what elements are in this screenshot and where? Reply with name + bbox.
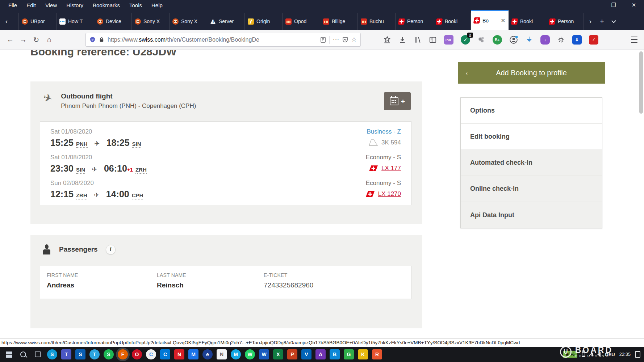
taskbar-icon-store[interactable]: S bbox=[75, 349, 85, 359]
download-icon[interactable] bbox=[398, 36, 406, 44]
bplus-extension-icon[interactable]: B+ bbox=[493, 35, 502, 45]
taskbar-icon-powerpoint[interactable]: P bbox=[287, 349, 297, 359]
minimize-button[interactable]: — bbox=[583, 0, 603, 10]
airport-code[interactable]: CPH bbox=[132, 192, 143, 199]
taskbar-search-button[interactable] bbox=[16, 347, 30, 362]
reader-view-icon[interactable] bbox=[320, 37, 326, 43]
cabin-class-link[interactable]: Business - Z bbox=[367, 128, 401, 136]
menu-history[interactable]: History bbox=[62, 2, 88, 8]
menu-file[interactable]: File bbox=[4, 2, 22, 8]
airport-code[interactable]: PNH bbox=[76, 141, 88, 148]
taskbar-icon-opera[interactable]: O bbox=[132, 349, 142, 359]
menu-tools[interactable]: Tools bbox=[125, 2, 147, 8]
menu-edit[interactable]: Edit bbox=[22, 2, 41, 8]
language-indicator[interactable]: DEU bbox=[605, 352, 615, 357]
close-button[interactable]: ✕ bbox=[624, 0, 644, 10]
taskbar-icon-skype[interactable]: S bbox=[47, 349, 57, 359]
bookmark-star-icon[interactable]: ☆ bbox=[351, 36, 357, 43]
info-icon[interactable]: i bbox=[106, 245, 116, 254]
tab-how[interactable]: How T bbox=[57, 13, 94, 30]
sidebar-item-automated-checkin[interactable]: Automated check-in bbox=[461, 150, 602, 176]
tab-origin[interactable]: Origin bbox=[245, 13, 283, 30]
tab-scroll-left-button[interactable]: ‹ bbox=[1, 13, 12, 30]
wand-extension-icon[interactable]: ⁄ bbox=[589, 35, 598, 45]
library-icon[interactable] bbox=[414, 36, 422, 44]
tab-close-icon[interactable]: ✕ bbox=[500, 17, 505, 24]
tab-billige[interactable]: Billige bbox=[320, 13, 358, 30]
tab-partial[interactable] bbox=[12, 13, 19, 30]
url-bar[interactable]: https://www.swiss.com/th/en/Customer/Boo… bbox=[85, 33, 361, 47]
list-tabs-button[interactable] bbox=[608, 13, 619, 30]
airport-code[interactable]: ZRH bbox=[76, 192, 87, 199]
save-to-collection-icon[interactable] bbox=[383, 36, 391, 44]
menu-view[interactable]: View bbox=[41, 2, 62, 8]
taskbar-icon-teams[interactable]: T bbox=[61, 349, 71, 359]
menu-bookmarks[interactable]: Bookmarks bbox=[88, 2, 125, 8]
tab-server[interactable]: Server bbox=[207, 13, 245, 30]
airport-code[interactable]: SIN bbox=[132, 141, 141, 148]
sidebar-toggle-icon[interactable] bbox=[429, 36, 437, 44]
add-booking-to-profile-button[interactable]: ‹ Add Booking to profile bbox=[458, 62, 605, 84]
new-tab-button[interactable]: + bbox=[596, 13, 608, 30]
sidebar-item-options[interactable]: Options bbox=[461, 98, 602, 124]
taskbar-icon-mail[interactable]: M bbox=[188, 349, 198, 359]
taskbar-icon-messenger[interactable]: M bbox=[231, 349, 241, 359]
taskbar-icon-chrome[interactable]: C bbox=[146, 349, 156, 359]
tab-sony-1[interactable]: Sony X bbox=[132, 13, 170, 30]
airport-code[interactable]: ZRH bbox=[135, 167, 147, 174]
taskbar-icon-app-green[interactable]: G bbox=[344, 349, 354, 359]
blue-box-download-icon[interactable]: ⇩ bbox=[572, 35, 582, 45]
tab-booking-active[interactable]: Bo ✕ bbox=[471, 10, 509, 30]
volume-icon[interactable] bbox=[597, 352, 601, 357]
snowflake-extension-icon[interactable] bbox=[557, 36, 565, 44]
taskbar-icon-firefox[interactable]: F bbox=[118, 349, 128, 359]
tab-opodo[interactable]: Opod bbox=[283, 13, 320, 30]
tab-booking-2[interactable]: Booki bbox=[509, 13, 546, 30]
blue-arrow-extension-icon[interactable] bbox=[525, 36, 533, 44]
airport-code[interactable]: SIN bbox=[76, 167, 85, 174]
flight-number-link[interactable]: 3K 594 bbox=[381, 136, 401, 150]
tab-ubports[interactable]: UBpor bbox=[19, 13, 57, 30]
tab-personal-1[interactable]: Person bbox=[396, 13, 433, 30]
forward-button[interactable]: → bbox=[17, 33, 30, 46]
tab-booking-1[interactable]: Booki bbox=[433, 13, 471, 30]
sidebar-item-edit-booking[interactable]: Edit booking bbox=[461, 124, 602, 150]
tracking-shield-icon[interactable] bbox=[89, 37, 96, 43]
taskbar-icon-onedrive[interactable]: V bbox=[301, 349, 311, 359]
tab-buchung[interactable]: Buchu bbox=[358, 13, 396, 30]
reload-button[interactable]: ↻ bbox=[30, 33, 43, 46]
taskbar-icon-word[interactable]: W bbox=[259, 349, 269, 359]
start-button[interactable] bbox=[1, 347, 16, 362]
vertical-scrollbar[interactable] bbox=[639, 51, 643, 114]
taskbar-icon-calendar[interactable]: C bbox=[160, 349, 170, 359]
taskbar-icon-excel[interactable]: X bbox=[273, 349, 283, 359]
molecule-extension-icon[interactable] bbox=[477, 36, 485, 44]
taskbar-icon-telegram[interactable]: T bbox=[89, 349, 100, 359]
taskbar-icon-edge[interactable]: e bbox=[202, 349, 213, 359]
pdf-extension-icon[interactable]: PDF bbox=[444, 35, 453, 45]
taskbar-icon-app-purple[interactable]: A bbox=[315, 349, 326, 359]
home-button[interactable]: ⌂ bbox=[43, 33, 56, 46]
tab-device[interactable]: Device bbox=[94, 13, 132, 30]
app-menu-icon[interactable] bbox=[631, 37, 640, 43]
taskbar-icon-spotify[interactable]: S bbox=[104, 349, 114, 359]
taskbar-icon-app-orange[interactable]: R bbox=[372, 349, 382, 359]
tab-scroll-right-button[interactable]: › bbox=[585, 13, 596, 30]
page-actions-icon[interactable]: ⋯ bbox=[333, 36, 339, 43]
taskbar-icon-notepad[interactable]: N bbox=[217, 349, 227, 359]
purple-download-extension-icon[interactable]: ↓ bbox=[540, 35, 550, 45]
sidebar-item-online-checkin[interactable]: Online check-in bbox=[461, 176, 602, 202]
taskbar-icon-security[interactable]: K bbox=[358, 349, 368, 359]
adblock-shield-icon[interactable]: ✓2 bbox=[461, 35, 470, 45]
account-profile-icon[interactable] bbox=[509, 35, 518, 44]
tab-sony-2[interactable]: Sony X bbox=[170, 13, 207, 30]
taskbar-icon-netflix[interactable]: N bbox=[174, 349, 184, 359]
menu-help[interactable]: Help bbox=[147, 2, 167, 8]
notification-center-icon[interactable] bbox=[635, 351, 640, 358]
restore-button[interactable]: ❐ bbox=[603, 0, 624, 10]
task-view-button[interactable] bbox=[30, 347, 45, 362]
taskbar-icon-app-blue[interactable]: B bbox=[330, 349, 340, 359]
taskbar-clock[interactable]: 22:35 bbox=[619, 352, 631, 357]
taskbar-icon-whatsapp[interactable]: W bbox=[245, 349, 255, 359]
sidebar-item-api-data-input[interactable]: Api Data Input bbox=[461, 202, 602, 228]
